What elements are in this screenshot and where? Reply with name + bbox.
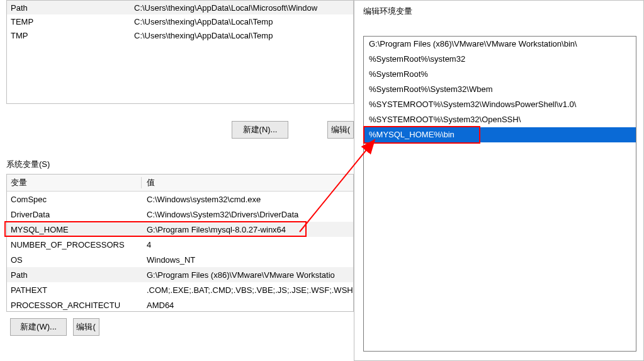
user-vars-table[interactable]: Path C:\Users\thexing\AppData\Local\Micr…: [6, 0, 354, 104]
edit-sys-button[interactable]: 编辑(: [73, 318, 99, 336]
user-var-value: C:\Users\thexing\AppData\Local\Microsoft…: [132, 3, 353, 13]
user-var-name: Path: [7, 3, 132, 13]
sys-var-row[interactable]: NUMBER_OF_PROCESSORS 4: [7, 237, 353, 252]
user-var-value: C:\Users\thexing\AppData\Local\Temp: [132, 17, 353, 26]
sys-var-name: MYSQL_HOME: [7, 225, 142, 234]
path-item[interactable]: %SystemRoot%\System32\Wbem: [364, 82, 636, 97]
sys-var-name: PROCESSOR_ARCHITECTU: [7, 301, 142, 310]
sys-var-value: C:\Windows\system32\cmd.exe: [142, 195, 353, 204]
sys-var-value: C:\Windows\System32\Drivers\DriverData: [142, 210, 353, 219]
sys-var-name: ComSpec: [7, 195, 142, 204]
sys-var-row[interactable]: PROCESSOR_ARCHITECTU AMD64: [7, 297, 353, 312]
sys-var-value: G:\Program Files\mysql-8.0.27-winx64: [142, 225, 353, 234]
sys-var-row[interactable]: DriverData C:\Windows\System32\Drivers\D…: [7, 207, 353, 222]
col-val[interactable]: 值: [142, 177, 353, 188]
sys-vars-table[interactable]: 变量 值 ComSpec C:\Windows\system32\cmd.exe…: [6, 174, 354, 312]
user-var-name: TMP: [7, 31, 132, 40]
edit-env-panel: 编辑环境变量 G:\Program Files (x86)\VMware\VMw…: [354, 0, 644, 361]
path-item[interactable]: %SYSTEMROOT%\System32\OpenSSH\: [364, 112, 636, 127]
sys-var-value: AMD64: [142, 301, 353, 310]
sys-var-row[interactable]: ComSpec C:\Windows\system32\cmd.exe: [7, 192, 353, 207]
sys-buttons: 新建(W)... 编辑(: [6, 318, 354, 343]
root: Path C:\Users\thexing\AppData\Local\Micr…: [0, 0, 644, 361]
edit-user-button[interactable]: 编辑(: [327, 121, 354, 139]
sys-var-name: Path: [7, 270, 142, 280]
path-item[interactable]: %SYSTEMROOT%\System32\WindowsPowerShell\…: [364, 97, 636, 112]
sys-var-value: .COM;.EXE;.BAT;.CMD;.VBS;.VBE;.JS;.JSE;.…: [142, 285, 353, 295]
user-buttons: 新建(N)... 编辑(: [6, 116, 354, 141]
sys-var-value: Windows_NT: [142, 255, 353, 265]
path-list[interactable]: G:\Program Files (x86)\VMware\VMware Wor…: [363, 36, 636, 352]
user-var-row[interactable]: TMP C:\Users\thexing\AppData\Local\Temp: [7, 28, 353, 42]
path-item[interactable]: G:\Program Files (x86)\VMware\VMware Wor…: [364, 37, 636, 52]
user-var-name: TEMP: [7, 17, 132, 26]
sys-var-row-mysql-home[interactable]: MYSQL_HOME G:\Program Files\mysql-8.0.27…: [7, 222, 353, 237]
path-item[interactable]: %SystemRoot%\system32: [364, 52, 636, 67]
left-panel: Path C:\Users\thexing\AppData\Local\Micr…: [0, 0, 354, 361]
sys-var-name: DriverData: [7, 210, 142, 219]
user-var-row[interactable]: TEMP C:\Users\thexing\AppData\Local\Temp: [7, 14, 353, 28]
col-var[interactable]: 变量: [7, 177, 142, 188]
sys-var-row[interactable]: OS Windows_NT: [7, 252, 353, 267]
sys-var-row[interactable]: Path G:\Program Files (x86)\VMware\VMwar…: [7, 267, 353, 282]
sys-var-value: 4: [142, 240, 353, 249]
sys-vars-header: 变量 值: [7, 175, 353, 192]
path-item[interactable]: %SystemRoot%: [364, 67, 636, 82]
user-var-row[interactable]: Path C:\Users\thexing\AppData\Local\Micr…: [7, 1, 353, 14]
sys-var-name: PATHEXT: [7, 285, 142, 295]
user-var-value: C:\Users\thexing\AppData\Local\Temp: [132, 31, 353, 40]
sys-var-value: G:\Program Files (x86)\VMware\VMware Wor…: [142, 270, 353, 280]
sys-var-name: NUMBER_OF_PROCESSORS: [7, 240, 142, 249]
sys-vars-label: 系统变量(S): [6, 159, 50, 170]
sys-var-name: OS: [7, 255, 142, 265]
new-sys-button[interactable]: 新建(W)...: [10, 318, 67, 336]
sys-var-row[interactable]: PATHEXT .COM;.EXE;.BAT;.CMD;.VBS;.VBE;.J…: [7, 282, 353, 297]
edit-env-title: 编辑环境变量: [363, 6, 412, 17]
path-item-mysql-bin[interactable]: %MYSQL_HOME%\bin: [364, 127, 636, 142]
new-user-button[interactable]: 新建(N)...: [232, 121, 288, 139]
